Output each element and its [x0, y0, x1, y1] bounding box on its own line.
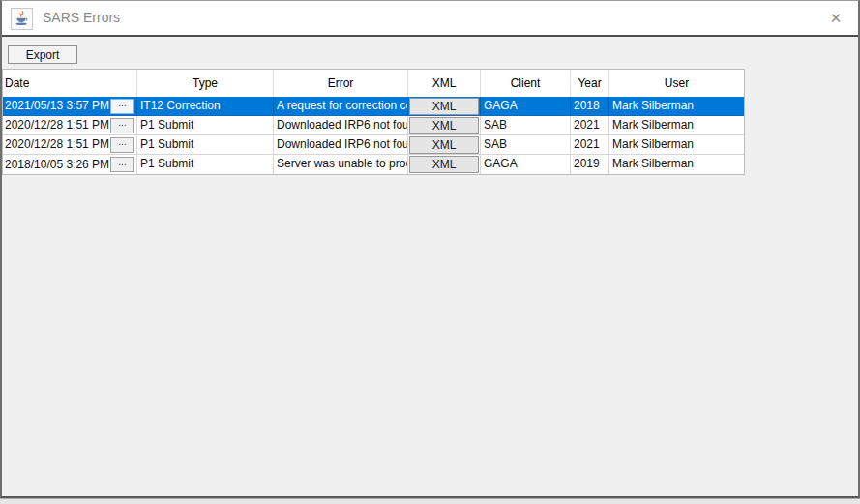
xml-cell: XML — [408, 116, 481, 134]
date-cell: 2018/10/05 3:26 PM ... — [3, 155, 137, 174]
column-header-date[interactable]: Date — [3, 70, 137, 97]
xml-cell: XML — [408, 155, 481, 174]
column-header-user[interactable]: User — [609, 70, 744, 97]
export-button[interactable]: Export — [8, 45, 77, 64]
table-row[interactable]: 2020/12/28 1:51 PM ... P1 Submit Downloa… — [3, 135, 744, 155]
date-cell: 2020/12/28 1:51 PM ... — [3, 135, 137, 154]
type-cell: IT12 Correction — [137, 97, 274, 115]
titlebar: SARS Errors ✕ — [2, 1, 858, 37]
java-coffee-cup-icon — [13, 10, 31, 28]
date-cell: 2020/12/28 1:51 PM ... — [3, 116, 137, 134]
xml-button[interactable]: XML — [409, 117, 479, 134]
date-value: 2020/12/28 1:51 PM — [5, 116, 109, 134]
date-cell: 2021/05/13 3:57 PM ... — [3, 97, 137, 115]
date-picker-button[interactable]: ... — [110, 137, 134, 153]
date-value: 2021/05/13 3:57 PM — [5, 97, 109, 115]
window-content: Export Date Type Error XML Client Year U… — [2, 37, 858, 495]
error-cell: A request for correction co — [274, 97, 408, 115]
column-header-type[interactable]: Type — [137, 70, 274, 97]
error-cell: Downloaded IRP6 not foun — [274, 116, 408, 134]
window-title: SARS Errors — [43, 1, 120, 35]
table-row[interactable]: 2021/05/13 3:57 PM ... IT12 Correction A… — [3, 97, 744, 116]
year-cell: 2019 — [571, 155, 609, 174]
type-cell: P1 Submit — [137, 135, 274, 154]
year-cell: 2021 — [571, 135, 609, 154]
column-header-year[interactable]: Year — [571, 70, 609, 97]
type-cell: P1 Submit — [137, 155, 274, 174]
date-value: 2018/10/05 3:26 PM — [5, 156, 109, 174]
close-icon[interactable]: ✕ — [821, 1, 850, 35]
date-picker-button[interactable]: ... — [110, 157, 134, 172]
xml-cell: XML — [408, 135, 481, 154]
client-cell: GAGA — [481, 155, 571, 174]
user-cell: Mark Silberman — [609, 116, 744, 134]
table-header-row: Date Type Error XML Client Year User — [3, 70, 744, 97]
xml-button[interactable]: XML — [409, 98, 479, 115]
user-cell: Mark Silberman — [609, 155, 744, 174]
desktop-sliver — [0, 498, 860, 504]
user-cell: Mark Silberman — [609, 97, 744, 115]
xml-button[interactable]: XML — [409, 136, 479, 154]
column-header-xml[interactable]: XML — [408, 70, 481, 97]
xml-cell: XML — [408, 97, 481, 115]
table-row[interactable]: 2018/10/05 3:26 PM ... P1 Submit Server … — [3, 155, 744, 174]
year-cell: 2021 — [571, 116, 609, 134]
type-cell: P1 Submit — [137, 116, 274, 134]
java-app-icon — [11, 8, 33, 30]
error-cell: Server was unable to proce — [274, 155, 408, 174]
column-header-error[interactable]: Error — [274, 70, 408, 97]
user-cell: Mark Silberman — [609, 135, 744, 154]
client-cell: SAB — [481, 116, 571, 134]
date-picker-button[interactable]: ... — [110, 118, 134, 133]
client-cell: GAGA — [481, 97, 571, 115]
errors-table: Date Type Error XML Client Year User 202… — [2, 69, 745, 175]
date-picker-button[interactable]: ... — [110, 99, 134, 114]
table-row[interactable]: 2020/12/28 1:51 PM ... P1 Submit Downloa… — [3, 116, 744, 135]
date-value: 2020/12/28 1:51 PM — [5, 135, 109, 154]
sars-errors-window: SARS Errors ✕ Export Date Type Error XML… — [0, 0, 860, 498]
error-cell: Downloaded IRP6 not foun — [274, 135, 408, 154]
year-cell: 2018 — [571, 97, 609, 115]
xml-button[interactable]: XML — [409, 156, 479, 173]
client-cell: SAB — [481, 135, 571, 154]
column-header-client[interactable]: Client — [481, 70, 571, 97]
